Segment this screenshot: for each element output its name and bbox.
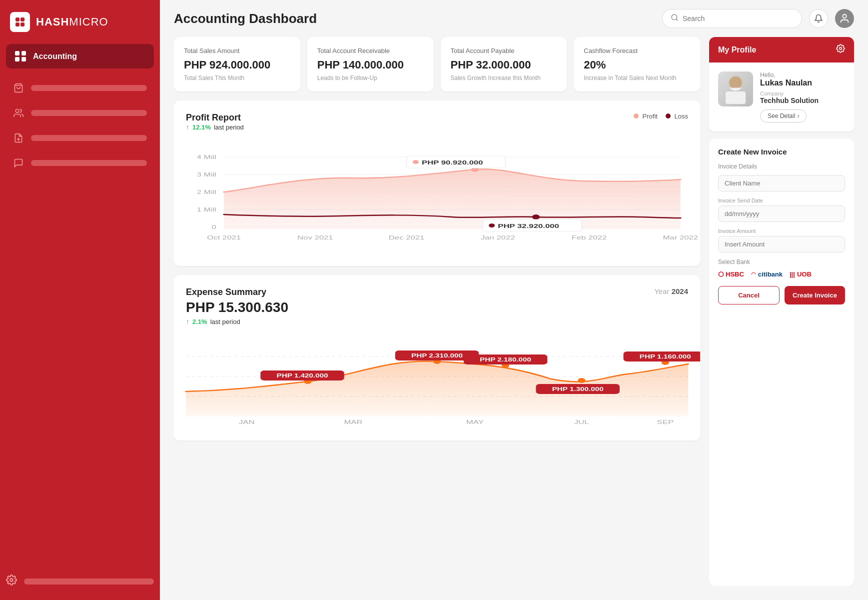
bank-hsbc[interactable]: ⬡ HSBC (718, 270, 744, 278)
svg-point-6 (843, 14, 846, 18)
chevron-right-icon: › (797, 112, 799, 120)
stat-card-payable: Total Account Payable PHP 32.000.000 Sal… (441, 37, 567, 92)
grid-icon (15, 51, 26, 62)
uob-icon: ||| (790, 270, 795, 278)
svg-rect-2 (15, 22, 19, 26)
svg-text:MAR: MAR (344, 419, 362, 425)
svg-text:3 Mill: 3 Mill (197, 172, 216, 178)
expense-change-label: last period (210, 318, 240, 326)
search-icon (671, 14, 679, 24)
sidebar: HASHMICRO Accounting (0, 0, 160, 600)
avatar[interactable] (835, 9, 854, 28)
svg-text:0: 0 (212, 224, 216, 230)
svg-text:JAN: JAN (239, 419, 255, 425)
profile-settings-icon[interactable] (836, 44, 845, 56)
expense-summary-card: Expense Summary PHP 15.300.630 ↑ 2.1% la… (174, 275, 700, 440)
stat-value: PHP 140.000.000 (317, 58, 424, 72)
bank-logos: ⬡ HSBC ◠ citibank ||| UOB (718, 270, 845, 278)
loss-dot (666, 114, 671, 118)
shopping-bag-icon (13, 82, 24, 94)
sidebar-item-sales[interactable] (6, 76, 154, 100)
svg-text:Feb 2022: Feb 2022 (572, 234, 607, 240)
legend-profit: Profit (634, 112, 658, 120)
client-name-input[interactable] (718, 175, 845, 192)
up-arrow-icon: ↑ (186, 318, 189, 326)
svg-text:Oct 2021: Oct 2021 (207, 234, 241, 240)
svg-text:PHP 1.160.000: PHP 1.160.000 (640, 354, 691, 360)
bank-citibank[interactable]: ◠ citibank (751, 270, 783, 278)
citi-arc: ◠ (751, 271, 756, 278)
svg-point-23 (489, 224, 495, 228)
svg-point-58 (730, 76, 742, 89)
profile-card: My Profile (709, 37, 854, 132)
logo-icon (10, 12, 30, 32)
cancel-button[interactable]: Cancel (718, 286, 780, 304)
content-left: Total Sales Amount PHP 924.000.000 Total… (174, 37, 700, 586)
create-invoice-button[interactable]: Create Invoice (785, 286, 845, 304)
search-input[interactable] (683, 14, 794, 22)
main-area: Accounting Dashboard (160, 0, 868, 600)
sidebar-active-label: Accounting (33, 52, 77, 61)
profit-change-pct: 12.1% (192, 124, 211, 131)
header-right (662, 9, 854, 28)
stat-subtitle: Total Sales This Month (184, 74, 290, 82)
expense-chart-header: Expense Summary PHP 15.300.630 ↑ 2.1% la… (186, 287, 688, 334)
profile-body: Hello, Lukas Naulan Company Techhub Solu… (709, 62, 854, 132)
svg-text:PHP 1.420.000: PHP 1.420.000 (276, 373, 328, 379)
logo[interactable]: HASHMICRO (0, 0, 160, 44)
invoice-amount-input[interactable] (718, 236, 845, 252)
citibank-label: citibank (758, 270, 783, 278)
sidebar-nav (0, 72, 160, 566)
profile-avatar (718, 72, 753, 106)
stat-title: Total Sales Amount (184, 47, 290, 54)
profile-company-label: Company (760, 90, 845, 96)
profit-report-card: Profit Report ↑ 12.1% last period Profit (174, 100, 700, 266)
users-icon (13, 108, 24, 118)
send-date-input[interactable] (718, 206, 845, 222)
stat-card-receivable: Total Account Receivable PHP 140.000.000… (307, 37, 434, 92)
settings-icon[interactable] (6, 574, 17, 588)
sidebar-item-documents[interactable] (6, 126, 154, 150)
svg-text:Dec 2021: Dec 2021 (389, 234, 425, 240)
stat-subtitle: Sales Growth Increase this Month (451, 74, 557, 82)
stat-value: 20% (584, 58, 690, 72)
svg-text:JUL: JUL (574, 419, 589, 425)
chart-header: Profit Report ↑ 12.1% last period Profit (186, 112, 688, 139)
sidebar-item-users[interactable] (6, 102, 154, 124)
expense-chart: PHP 1.420.000 PHP 2.310.000 PHP 2.180.00… (186, 336, 688, 426)
content: Total Sales Amount PHP 924.000.000 Total… (160, 37, 868, 600)
invoice-actions: Cancel Create Invoice (718, 286, 845, 304)
stat-title: Cashflow Forecast (584, 47, 690, 54)
sidebar-item-accounting[interactable]: Accounting (6, 44, 154, 68)
svg-text:PHP 1.300.000: PHP 1.300.000 (552, 386, 604, 392)
svg-text:4 Mill: 4 Mill (197, 154, 216, 160)
send-date-field: Invoice Send Date (718, 198, 845, 222)
profile-name: Lukas Naulan (760, 78, 845, 88)
sidebar-item-messages[interactable] (6, 152, 154, 174)
stat-value: PHP 924.000.000 (184, 58, 290, 72)
invoice-card: Create New Invoice Invoice Details Invoi… (709, 138, 854, 586)
chart-title-area: Profit Report ↑ 12.1% last period (186, 112, 244, 139)
svg-text:Jan 2022: Jan 2022 (481, 234, 515, 240)
notification-button[interactable] (809, 9, 828, 28)
profit-change-label: last period (214, 124, 244, 131)
stat-value: PHP 32.000.000 (451, 58, 557, 72)
expense-change-pct: 2.1% (192, 318, 207, 326)
nav-label-bar (31, 160, 147, 166)
right-panel: My Profile (709, 37, 854, 586)
client-name-field (718, 175, 845, 192)
stats-row: Total Sales Amount PHP 924.000.000 Total… (174, 37, 700, 92)
legend-loss: Loss (666, 112, 688, 120)
search-box[interactable] (662, 9, 802, 28)
stat-card-cashflow: Cashflow Forecast 20% Increase in Total … (574, 37, 700, 92)
page-title: Accounting Dashboard (174, 11, 317, 26)
bank-uob[interactable]: ||| UOB (790, 270, 812, 278)
svg-text:PHP 90.920.000: PHP 90.920.000 (422, 160, 483, 166)
send-date-label: Invoice Send Date (718, 198, 845, 204)
see-detail-button[interactable]: See Detail › (760, 110, 807, 122)
svg-text:SEP: SEP (657, 419, 674, 425)
stat-title: Total Account Receivable (317, 47, 424, 54)
sidebar-bottom (0, 566, 160, 600)
svg-rect-0 (15, 18, 19, 22)
svg-text:1 Mill: 1 Mill (197, 206, 216, 212)
